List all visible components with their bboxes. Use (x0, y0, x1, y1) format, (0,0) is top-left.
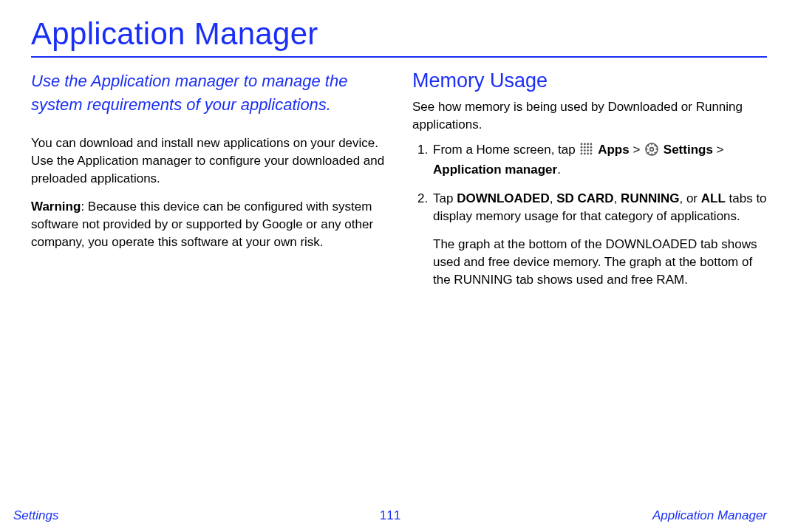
steps-list: From a Home screen, tap Apps > (412, 141, 767, 289)
step1-settings: Settings (664, 143, 713, 157)
warning-text: : Because this device can be configured … (31, 200, 373, 249)
svg-point-0 (581, 143, 583, 146)
svg-line-24 (647, 152, 649, 154)
svg-point-8 (581, 149, 583, 151)
svg-point-12 (581, 153, 583, 155)
svg-line-22 (647, 146, 649, 147)
memory-usage-intro: See how memory is being used by Download… (412, 98, 767, 134)
svg-point-17 (650, 148, 654, 151)
step2-running: RUNNING (621, 191, 679, 205)
page-title: Application Manager (31, 16, 767, 52)
step-1: From a Home screen, tap Apps > (432, 141, 767, 179)
svg-point-13 (584, 153, 586, 155)
step2-sep1: , (550, 191, 556, 205)
step1-gt2: > (713, 143, 724, 157)
step1-apps: Apps (598, 143, 630, 157)
step2-text-a: Tap (433, 191, 457, 205)
svg-point-5 (584, 146, 586, 149)
svg-line-23 (655, 152, 656, 154)
step1-appmgr: Application manager (433, 163, 557, 177)
footer-page-number: 111 (380, 508, 400, 523)
step2-note: The graph at the bottom of the DOWNLOADE… (433, 236, 767, 289)
left-column: Use the Application manager to manage th… (31, 68, 386, 299)
svg-line-25 (655, 146, 656, 147)
step2-sep2: , (614, 191, 621, 205)
svg-point-3 (590, 143, 593, 146)
warning-paragraph: Warning: Because this device can be conf… (31, 198, 386, 251)
svg-point-11 (590, 149, 593, 151)
title-rule (31, 56, 767, 58)
footer-left: Settings (13, 508, 58, 523)
apps-grid-icon (580, 143, 593, 160)
step2-downloaded: DOWNLOADED (457, 191, 550, 205)
svg-point-4 (581, 146, 583, 149)
step1-gt1: > (630, 143, 644, 157)
intro-text: Use the Application manager to manage th… (31, 69, 386, 117)
svg-point-10 (587, 149, 590, 151)
step1-end: . (557, 163, 561, 177)
svg-point-6 (587, 146, 590, 149)
download-paragraph: You can download and install new applica… (31, 134, 386, 188)
step2-all: ALL (701, 191, 726, 205)
step2-sdcard: SD CARD (556, 191, 613, 205)
footer-right: Application Manager (652, 508, 767, 523)
svg-point-7 (590, 146, 593, 149)
step-2: Tap DOWNLOADED, SD CARD, RUNNING, or ALL… (432, 190, 767, 290)
svg-point-2 (587, 143, 590, 146)
memory-usage-heading: Memory Usage (412, 69, 767, 92)
svg-point-1 (584, 143, 586, 146)
step1-text-a: From a Home screen, tap (433, 143, 579, 157)
right-column: Memory Usage See how memory is being use… (412, 68, 767, 299)
svg-point-15 (590, 153, 593, 155)
svg-point-9 (584, 149, 586, 151)
step2-sep3: , or (679, 191, 700, 205)
two-column-layout: Use the Application manager to manage th… (31, 68, 767, 299)
svg-point-14 (587, 153, 590, 155)
page-footer: Settings 111 Application Manager (13, 508, 767, 523)
settings-gear-icon (645, 143, 658, 161)
warning-label: Warning (31, 200, 81, 214)
